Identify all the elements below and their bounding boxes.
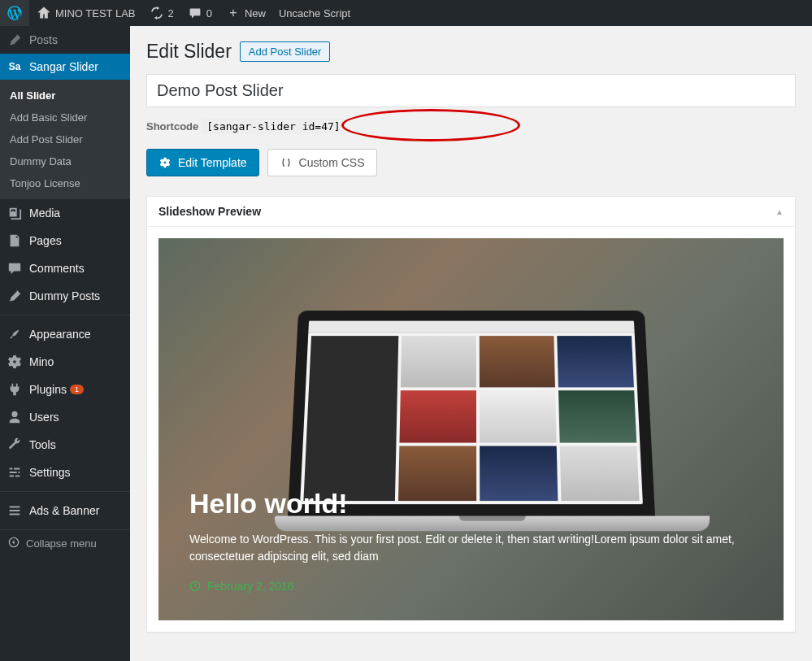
preview-panel-header[interactable]: Slideshow Preview ▲ <box>147 197 795 227</box>
submenu-add-post[interactable]: Add Post Slider <box>0 128 130 150</box>
menu-pages[interactable]: Pages <box>0 227 130 254</box>
menu-label: Dummy Posts <box>29 289 100 302</box>
wordpress-icon <box>7 5 23 21</box>
submenu-tonjoo-license[interactable]: Tonjoo License <box>0 172 130 194</box>
wrench-icon <box>7 437 23 452</box>
menu-label: Users <box>29 411 59 424</box>
menu-mino[interactable]: Mino <box>0 348 130 376</box>
media-icon <box>7 206 23 220</box>
collapse-icon <box>8 537 20 550</box>
preview-heading: Slideshow Preview <box>158 205 261 218</box>
shortcode-row: Shortcode [sangar-slider id=47] <box>146 119 796 134</box>
brush-icon <box>7 327 23 341</box>
comment-icon <box>187 5 203 21</box>
menu-dummy-posts[interactable]: Dummy Posts <box>0 282 130 310</box>
submenu-dummy-data[interactable]: Dummy Data <box>0 150 130 172</box>
menu-label: Tools <box>29 438 56 451</box>
custom-css-button[interactable]: Custom CSS <box>267 149 377 176</box>
shortcode-label: Shortcode <box>146 120 198 133</box>
menu-ads-banner[interactable]: Ads & Banner <box>0 497 130 524</box>
menu-label: Posts <box>29 33 58 46</box>
chevron-up-icon[interactable]: ▲ <box>775 207 784 216</box>
comment-icon <box>7 261 23 276</box>
menu-settings[interactable]: Settings <box>0 459 130 486</box>
menu-label: Sangar Slider <box>29 60 98 73</box>
site-name-label: MINO TEST LAB <box>55 7 136 20</box>
comments-link[interactable]: 0 <box>180 0 219 26</box>
menu-tools[interactable]: Tools <box>0 431 130 459</box>
menu-label: Media <box>29 207 60 220</box>
slide-text: Hello world! Welcome to WordPress. This … <box>189 488 753 593</box>
plus-icon: + <box>225 5 241 21</box>
plugins-badge: 1 <box>70 385 84 394</box>
menu-label: Pages <box>29 234 62 247</box>
uncache-link[interactable]: Uncache Script <box>272 0 357 26</box>
menu-label: Plugins <box>29 383 67 396</box>
menu-label: Ads & Banner <box>29 504 99 517</box>
plugin-icon <box>7 382 23 397</box>
admin-sidebar: Posts Sa Sangar Slider All Slider Add Ba… <box>0 26 130 661</box>
menu-posts[interactable]: Posts <box>0 26 130 54</box>
menu-label: Appearance <box>29 328 91 341</box>
menu-label: Settings <box>29 466 71 479</box>
shortcode-value[interactable]: [sangar-slider id=47] <box>202 119 345 134</box>
collapse-menu[interactable]: Collapse menu <box>0 529 130 557</box>
slide-description: Welcome to WordPress. This is your first… <box>189 531 753 565</box>
sangar-submenu: All Slider Add Basic Slider Add Post Sli… <box>0 80 130 199</box>
slide-preview: Hello world! Welcome to WordPress. This … <box>158 238 784 620</box>
gear-icon <box>7 354 23 369</box>
gear-icon <box>158 156 172 169</box>
update-icon <box>149 5 165 21</box>
button-row: Edit Template Custom CSS <box>146 149 796 176</box>
button-label: Edit Template <box>178 156 247 169</box>
menu-comments[interactable]: Comments <box>0 254 130 282</box>
list-icon <box>7 503 23 518</box>
menu-label: Mino <box>29 355 54 368</box>
preview-panel: Slideshow Preview ▲ <box>146 196 796 633</box>
new-label: New <box>245 7 266 20</box>
uncache-label: Uncache Script <box>279 7 350 20</box>
wp-logo[interactable] <box>0 0 29 26</box>
menu-users[interactable]: Users <box>0 403 130 431</box>
page-title: Edit Slider <box>146 41 232 63</box>
updates-link[interactable]: 2 <box>142 0 180 26</box>
menu-media[interactable]: Media <box>0 199 130 227</box>
menu-appearance[interactable]: Appearance <box>0 320 130 348</box>
menu-sangar-slider[interactable]: Sa Sangar Slider <box>0 54 130 80</box>
collapse-label: Collapse menu <box>26 537 97 550</box>
user-icon <box>7 410 23 424</box>
menu-separator <box>0 315 130 315</box>
site-link[interactable]: MINO TEST LAB <box>29 0 142 26</box>
pin-icon <box>7 33 23 47</box>
sliders-icon <box>7 465 23 480</box>
preview-body: Hello world! Welcome to WordPress. This … <box>147 227 795 632</box>
page-header: Edit Slider Add Post Slider <box>146 41 796 63</box>
pin-icon <box>7 289 23 303</box>
updates-count: 2 <box>168 7 174 20</box>
home-icon <box>36 5 52 21</box>
annotation-oval <box>341 109 520 141</box>
button-label: Custom CSS <box>299 156 365 169</box>
submenu-all-slider[interactable]: All Slider <box>0 85 130 107</box>
comments-count: 0 <box>206 7 212 20</box>
add-post-slider-button[interactable]: Add Post Slider <box>240 41 331 62</box>
clock-icon <box>189 581 201 592</box>
sangar-icon: Sa <box>7 61 23 72</box>
slide-date: February 2, 2016 <box>189 580 753 593</box>
menu-separator <box>0 491 130 492</box>
page-icon <box>7 233 23 248</box>
new-link[interactable]: + New <box>219 0 272 26</box>
menu-label: Comments <box>29 262 85 275</box>
slider-title-input[interactable] <box>146 74 796 107</box>
admin-toolbar: MINO TEST LAB 2 0 + New Uncache Script <box>0 0 812 26</box>
slide-title: Hello world! <box>189 488 753 520</box>
edit-template-button[interactable]: Edit Template <box>146 149 259 176</box>
content-area: Edit Slider Add Post Slider Shortcode [s… <box>130 26 812 649</box>
menu-plugins[interactable]: Plugins 1 <box>0 376 130 403</box>
code-icon <box>280 156 293 169</box>
slide-date-label: February 2, 2016 <box>207 580 294 593</box>
submenu-add-basic[interactable]: Add Basic Slider <box>0 107 130 128</box>
